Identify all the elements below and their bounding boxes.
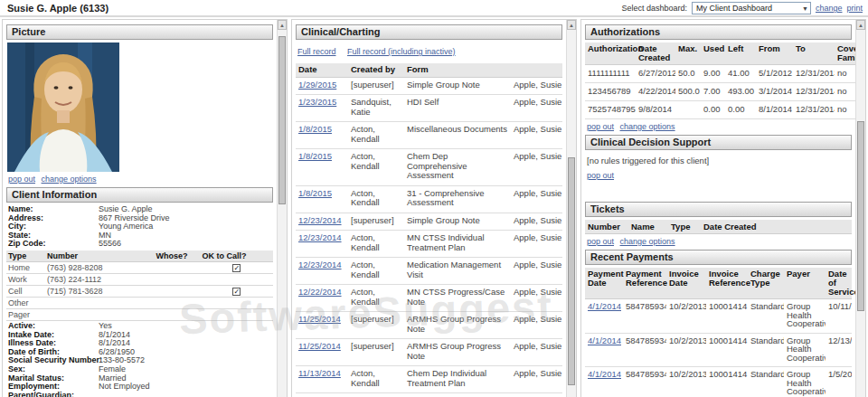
clinical-client: Apple, Susie [511, 285, 562, 312]
phone-whose [155, 308, 201, 320]
clinical-table: Date Created by Form 1/29/2015 [superuse… [296, 63, 562, 397]
print-link[interactable]: print [846, 4, 863, 13]
date-of-service: 10/11/201 [826, 299, 852, 334]
clinical-row: 11/25/2014 [superuser] ARMHS Group Progr… [296, 312, 562, 339]
right-panel: Authorizations Authorization Date Create… [580, 19, 866, 397]
picture-section-header: Picture [6, 24, 273, 40]
payments-table: Payment Date Payment Reference Invoice D… [585, 268, 852, 397]
auth-header-row: Authorization Date Created Max. Used Lef… [585, 43, 855, 65]
scroll-up-arrow-icon[interactable]: ▲ [856, 20, 865, 30]
payment-row: 4/1/2014 584785934 10/2/2013 10001414 St… [585, 333, 852, 367]
clinical-date-link[interactable]: 1/8/2015 [298, 151, 332, 161]
clinical-date-link[interactable]: 1/29/2015 [298, 80, 336, 90]
change-dashboard-link[interactable]: change [816, 4, 843, 13]
clinical-form: Chem Dep Comprehensive Assessment [404, 149, 511, 186]
invoice-reference: 10001414 [706, 299, 748, 334]
clinical-form: Simple Group Note [404, 213, 511, 231]
phone-number: (763) 224-1112 [45, 273, 155, 285]
scroll-up-arrow-icon[interactable]: ▲ [278, 20, 287, 30]
auth-col-from: From [756, 43, 793, 65]
authorization-row: 1111111111 6/27/2012 50.0 9.00 41.00 5/1… [585, 65, 855, 83]
ok-to-call-checkbox[interactable]: ✓ [232, 288, 241, 296]
clinical-date-link[interactable]: 11/25/2014 [298, 314, 341, 324]
field-label: Illness Date: [8, 338, 56, 347]
phone-whose [155, 297, 201, 308]
clinical-client: Apple, Susie [511, 122, 562, 149]
payment-row: 4/1/2014 584785934 10/2/2013 10001414 St… [585, 299, 852, 334]
phone-whose [155, 261, 201, 273]
clinical-links: Full record Full record (including inact… [297, 47, 562, 56]
clinical-date-link[interactable]: 12/23/2014 [298, 260, 342, 269]
full-record-link[interactable]: Full record [297, 47, 336, 56]
client-photo [7, 43, 119, 172]
payment-date-link[interactable]: 4/1/2014 [588, 369, 621, 379]
auth-col-left: Left [725, 43, 756, 65]
left-scrollbar-thumb[interactable] [278, 36, 286, 204]
picture-pop-out-link[interactable]: pop out [8, 175, 35, 184]
right-panel-body: Authorizations Authorization Date Create… [581, 20, 855, 397]
phone-number: (715) 781-3628 [45, 285, 155, 297]
date-of-service: 1/5/2012 [826, 367, 852, 397]
phone-type: Other [6, 297, 45, 308]
clinical-client: Apple, Susie [511, 393, 562, 397]
field-label: State: [8, 231, 31, 240]
clinical-date-link[interactable]: 1/8/2015 [298, 188, 332, 198]
full-record-inactive-link[interactable]: Full record (including inactive) [347, 47, 456, 56]
phone-col-ok: OK to Call? [201, 250, 273, 262]
clinical-panel-body: Clinical/Charting Full record Full recor… [292, 20, 566, 397]
dashboard-select[interactable]: My Client Dashboard ▼ [692, 2, 811, 14]
clinical-col-created-by: Created by [348, 63, 404, 77]
field-label: Zip Code: [8, 239, 46, 248]
clinical-form: ARMHS Group Progress Note [404, 312, 511, 339]
phone-col-number: Number [45, 250, 155, 262]
auth-number: 1111111111 [585, 65, 636, 83]
auth-covers: no [835, 65, 855, 83]
payment-reference: 584785934 [623, 333, 666, 367]
tickets-pop-out-link[interactable]: pop out [587, 237, 614, 246]
clinical-scrollbar-thumb[interactable] [568, 157, 575, 385]
pay-col-payment-date: Payment Date [585, 268, 623, 299]
invoice-reference: 10001414 [706, 333, 748, 367]
phone-whose [155, 285, 201, 297]
auth-col-to: To [793, 43, 835, 65]
picture-links: pop out change options [8, 175, 273, 184]
clinical-date-link[interactable]: 12/22/2014 [298, 287, 342, 297]
phone-type: Cell [6, 285, 45, 297]
auth-from: 5/1/2012 [756, 65, 793, 83]
clinical-date-link[interactable]: 12/23/2014 [298, 232, 342, 242]
clinical-panel-scrollbar[interactable]: ▲ [566, 20, 576, 397]
phone-type: Pager [6, 308, 45, 320]
clinical-date-link[interactable]: 12/23/2014 [298, 215, 342, 225]
scroll-up-arrow-icon[interactable]: ▲ [567, 20, 576, 30]
right-panel-scrollbar[interactable]: ▲ [855, 20, 865, 397]
payment-date-link[interactable]: 4/1/2014 [588, 336, 621, 345]
payment-date-link[interactable]: 4/1/2014 [588, 301, 621, 311]
auth-max: 500.0 [675, 83, 701, 101]
tickets-col-date-created: Date Created [701, 220, 852, 234]
client-info-details: Active: Yes Intake Date: 8/1/2014 Illnes… [6, 322, 273, 397]
picture-change-options-link[interactable]: change options [42, 175, 97, 184]
left-panel-scrollbar[interactable]: ▲ [277, 20, 287, 397]
clinical-row: 1/29/2015 [superuser] Simple Group Note … [296, 77, 562, 95]
auth-number: 123456789 [585, 83, 636, 101]
clinical-form: MnTC TP/Progress Review - NEW [404, 393, 511, 397]
authorizations-change-options-link[interactable]: change options [620, 122, 675, 131]
ok-to-call-checkbox[interactable]: ✓ [232, 264, 241, 272]
auth-to: 12/31/2014 [793, 83, 835, 101]
authorizations-pop-out-link[interactable]: pop out [587, 122, 614, 131]
clinical-date-link[interactable]: 11/13/2014 [298, 368, 341, 378]
field-label: Name: [8, 204, 33, 213]
cds-pop-out-link[interactable]: pop out [587, 171, 614, 180]
cds-message: [no rules triggered for this client] [587, 156, 850, 165]
clinical-date-link[interactable]: 1/23/2015 [298, 97, 336, 107]
payer: Group Health Cooperative [784, 299, 826, 334]
clinical-date-link[interactable]: 11/25/2014 [298, 341, 341, 351]
authorizations-table: Authorization Date Created Max. Used Lef… [585, 43, 855, 119]
clinical-client: Apple, Susie [511, 95, 562, 122]
clinical-date-link[interactable]: 1/8/2015 [298, 124, 332, 134]
clinical-created-by: [superuser] [348, 339, 404, 366]
tickets-change-options-link[interactable]: change options [620, 237, 675, 246]
right-scrollbar-thumb[interactable] [857, 121, 864, 311]
auth-from: 3/1/2014 [756, 83, 793, 101]
client-info-section-header: Client Information [6, 187, 273, 203]
